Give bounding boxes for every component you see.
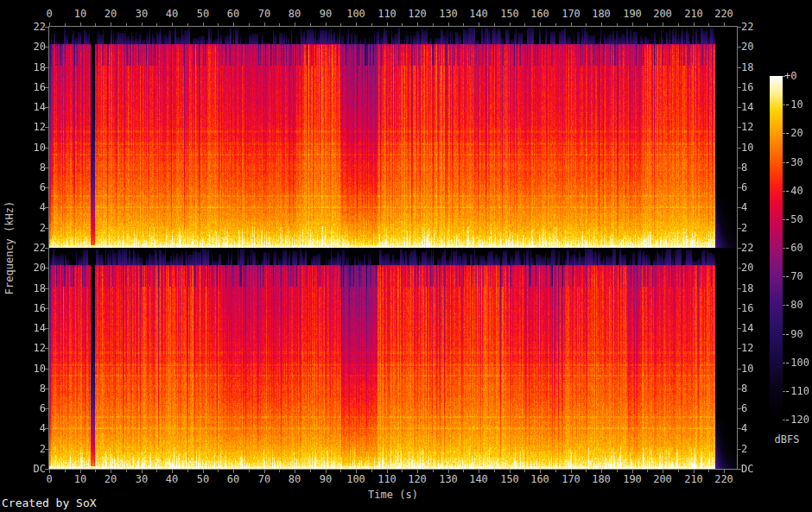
time-tick-mark-bottom: [540, 470, 541, 473]
time-tick-label-top: 160: [525, 8, 555, 20]
colorbar-tick-label: -90: [784, 328, 803, 340]
time-tick-label-bottom: 120: [403, 473, 432, 485]
freq-tick-label-right: 2: [741, 222, 776, 234]
colorbar-unit-label: dBFS: [772, 433, 802, 446]
time-minor-tick-bottom: [279, 470, 280, 472]
freq-tick-mark-right: [738, 207, 741, 208]
time-minor-tick-top: [433, 23, 434, 26]
freq-tick-mark-left: [45, 408, 48, 409]
time-minor-tick-top: [494, 23, 495, 26]
time-tick-label-top: 30: [127, 8, 156, 20]
freq-tick-label-right: 4: [741, 201, 776, 213]
freq-tick-mark-left: [45, 87, 48, 88]
time-tick-mark-bottom: [510, 470, 511, 473]
credit-text: Created by SoX: [2, 496, 97, 509]
time-minor-tick-bottom: [494, 470, 495, 472]
time-tick-label-top: 20: [96, 8, 125, 20]
time-tick-mark-top: [571, 22, 572, 26]
time-tick-mark-bottom: [233, 470, 234, 473]
time-minor-tick-bottom: [617, 470, 618, 472]
time-tick-mark-bottom: [142, 470, 143, 473]
freq-tick-mark-left: [45, 228, 48, 229]
colorbar-tick-label: -80: [784, 299, 803, 311]
time-minor-tick-top: [126, 23, 127, 26]
freq-tick-mark-left: [45, 389, 48, 389]
time-tick-mark-top: [111, 22, 111, 26]
freq-tick-label-left: 10: [0, 363, 46, 375]
colorbar-tick-label: +0: [784, 70, 796, 82]
time-minor-tick-top: [708, 23, 709, 26]
freq-tick-label-right: 20: [741, 41, 776, 53]
colorbar-tick-mark: [783, 104, 785, 105]
freq-tick-label-left: 16: [0, 302, 46, 314]
time-tick-label-top: 170: [556, 8, 586, 20]
freq-tick-label-right: 6: [741, 181, 776, 193]
time-minor-tick-bottom: [402, 470, 403, 472]
time-minor-tick-bottom: [249, 470, 250, 472]
time-tick-label-bottom: 10: [66, 473, 95, 485]
time-minor-tick-top: [555, 23, 556, 26]
colorbar-tick-mark: [783, 276, 785, 277]
x-axis-title: Time (s): [341, 489, 445, 501]
freq-tick-label-left: 6: [0, 402, 46, 414]
time-tick-label-top: 130: [434, 8, 463, 20]
freq-tick-label-left: 18: [0, 282, 46, 294]
time-tick-mark-top: [172, 22, 173, 26]
freq-tick-label-left: 4: [0, 422, 46, 434]
freq-tick-mark-right: [738, 228, 741, 229]
time-minor-tick-top: [402, 23, 403, 26]
time-minor-tick-top: [156, 23, 157, 26]
freq-tick-mark-right: [738, 148, 741, 149]
freq-tick-mark-right: [738, 127, 741, 128]
colorbar-tick-label: -50: [784, 213, 803, 225]
freq-tick-label-left: 2: [0, 443, 46, 455]
freq-tick-label-right: 6: [741, 402, 776, 414]
time-minor-tick-bottom: [555, 470, 556, 472]
freq-dc-tick-label-left: DC: [0, 463, 46, 475]
freq-tick-label-left: 14: [0, 322, 46, 334]
time-tick-label-bottom: 220: [709, 473, 739, 485]
freq-tick-mark-right: [738, 87, 741, 88]
time-tick-label-bottom: 210: [679, 473, 708, 485]
time-tick-label-top: 140: [464, 8, 493, 20]
time-minor-tick-top: [617, 23, 618, 26]
freq-tick-label-right: 14: [741, 322, 776, 334]
time-minor-tick-top: [187, 23, 188, 26]
freq-tick-label-right: 8: [741, 161, 776, 174]
time-tick-label-top: 110: [372, 8, 402, 20]
time-tick-label-top: 50: [188, 8, 218, 20]
freq-tick-label-right: 22: [741, 242, 776, 254]
freq-tick-mark-left: [45, 67, 48, 68]
freq-tick-mark-right: [738, 369, 741, 370]
time-minor-tick-bottom: [65, 470, 66, 472]
time-tick-mark-top: [448, 22, 449, 26]
time-tick-mark-top: [417, 22, 418, 26]
time-minor-tick-top: [586, 23, 587, 26]
time-minor-tick-bottom: [310, 470, 311, 472]
freq-tick-mark-left: [45, 127, 48, 128]
time-tick-mark-bottom: [448, 470, 449, 473]
time-tick-mark-bottom: [724, 470, 725, 473]
time-tick-mark-top: [80, 22, 81, 26]
freq-tick-mark-right: [738, 67, 741, 68]
time-tick-label-top: 100: [341, 8, 371, 20]
freq-tick-mark-right: [738, 187, 741, 188]
time-tick-label-top: 120: [403, 8, 432, 20]
freq-tick-mark-right: [738, 168, 741, 168]
time-tick-label-bottom: 190: [618, 473, 647, 485]
time-tick-label-top: 80: [280, 8, 309, 20]
colorbar-tick-label: -20: [784, 127, 803, 139]
colorbar-tick-label: -60: [784, 242, 803, 254]
time-tick-label-bottom: 40: [157, 473, 187, 485]
time-tick-label-top: 150: [495, 8, 524, 20]
time-tick-mark-top: [540, 22, 541, 26]
time-minor-tick-bottom: [218, 470, 219, 472]
colorbar-tick-label: -40: [784, 185, 803, 197]
time-tick-mark-top: [663, 22, 663, 26]
time-tick-label-top: 70: [250, 8, 279, 20]
freq-dc-tick-mark-left: [45, 469, 48, 470]
time-minor-tick-top: [678, 23, 679, 26]
freq-dc-tick-mark-right: [738, 469, 741, 470]
time-tick-mark-top: [142, 22, 143, 26]
freq-tick-label-right: 12: [741, 121, 776, 133]
